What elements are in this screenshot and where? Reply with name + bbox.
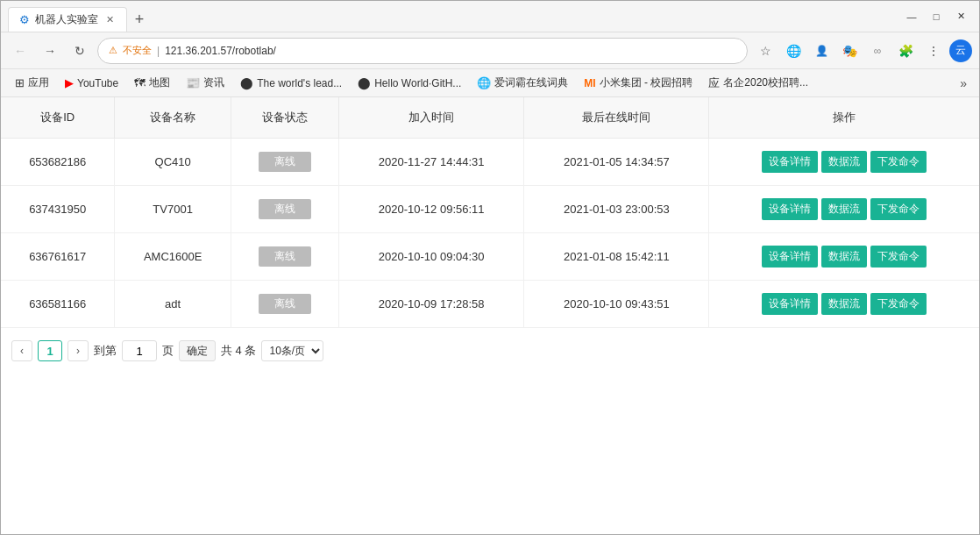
cell-device-status: 离线 <box>231 281 338 328</box>
jobs-icon: 应 <box>708 75 720 91</box>
device-table-container: 设备ID 设备名称 设备状态 加入时间 最后在线时间 操作 653682186 … <box>1 97 979 374</box>
col-header-last-online: 最后在线时间 <box>524 97 709 139</box>
data-stream-button[interactable]: 数据流 <box>821 198 867 220</box>
action-buttons: 设备详情 数据流 下发命令 <box>720 198 969 220</box>
tab-area: ⚙ 机器人实验室 ✕ + <box>8 1 900 32</box>
per-page-select[interactable]: 10条/页 20条/页 50条/页 <box>261 340 323 361</box>
current-page-indicator[interactable]: 1 <box>38 340 62 361</box>
bookmark-star-button[interactable]: ☆ <box>753 39 778 63</box>
menu-button[interactable]: ⋮ <box>921 39 946 63</box>
account-icon-button[interactable]: 👤 <box>809 39 834 63</box>
cell-device-status: 离线 <box>231 139 338 186</box>
forward-button[interactable]: → <box>38 39 62 63</box>
cell-join-time: 2020-10-09 17:28:58 <box>339 281 524 328</box>
table-header-row: 设备ID 设备名称 设备状态 加入时间 最后在线时间 操作 <box>1 97 979 139</box>
send-command-button[interactable]: 下发命令 <box>870 198 927 220</box>
bookmarks-more-button[interactable]: » <box>955 74 972 93</box>
data-stream-button[interactable]: 数据流 <box>821 246 867 268</box>
send-command-button[interactable]: 下发命令 <box>870 293 927 315</box>
extension2-button[interactable]: ∞ <box>865 39 890 63</box>
active-tab[interactable]: ⚙ 机器人实验室 ✕ <box>8 7 127 32</box>
cell-device-id: 636761617 <box>1 233 115 281</box>
cell-actions: 设备详情 数据流 下发命令 <box>709 139 979 186</box>
device-detail-button[interactable]: 设备详情 <box>762 198 818 220</box>
col-header-actions: 操作 <box>709 97 979 139</box>
github1-icon: ⬤ <box>240 76 253 89</box>
table-row: 653682186 QC410 离线 2020-11-27 14:44:31 2… <box>1 139 979 186</box>
bookmark-github2[interactable]: ⬤ Hello World·GitH... <box>351 74 468 92</box>
bookmark-apps[interactable]: ⊞ 应用 <box>8 73 56 93</box>
news-icon: 📰 <box>186 76 200 89</box>
prev-page-button[interactable]: ‹ <box>11 340 32 361</box>
apps-icon: ⊞ <box>15 76 25 89</box>
page-confirm-button[interactable]: 确定 <box>179 340 216 361</box>
table-row: 636761617 AMC1600E 离线 2020-10-10 09:04:3… <box>1 233 979 281</box>
bookmark-github1[interactable]: ⬤ The world's lead... <box>233 74 349 92</box>
cell-device-id: 636581166 <box>1 281 115 328</box>
tab-favicon: ⚙ <box>19 13 30 26</box>
url-text: 121.36.201.57/robotlab/ <box>165 45 736 57</box>
table-row: 637431950 TV7001 离线 2020-10-12 09:56:11 … <box>1 186 979 233</box>
send-command-button[interactable]: 下发命令 <box>870 246 927 268</box>
device-detail-button[interactable]: 设备详情 <box>762 246 818 268</box>
minimize-button[interactable]: — <box>900 8 923 25</box>
send-command-button[interactable]: 下发命令 <box>870 151 927 173</box>
goto-label: 到第 <box>94 343 117 359</box>
close-button[interactable]: ✕ <box>949 8 972 25</box>
bookmark-maps[interactable]: 🗺 地图 <box>127 73 177 93</box>
col-header-join-time: 加入时间 <box>339 97 524 139</box>
col-header-id: 设备ID <box>1 97 115 139</box>
next-page-button[interactable]: › <box>67 340 89 361</box>
globe-icon-button[interactable]: 🌐 <box>781 39 806 63</box>
device-detail-button[interactable]: 设备详情 <box>762 293 818 315</box>
youtube-icon: ▶ <box>65 76 74 89</box>
action-buttons: 设备详情 数据流 下发命令 <box>720 293 969 315</box>
col-header-name: 设备名称 <box>115 97 231 139</box>
page-label: 页 <box>162 343 174 359</box>
cell-last-online: 2021-01-08 15:42:11 <box>524 233 709 281</box>
bookmark-jobs-label: 名企2020校招聘... <box>723 75 808 90</box>
cell-device-name: adt <box>115 281 231 328</box>
cell-device-id: 653682186 <box>1 139 115 186</box>
cell-device-name: TV7001 <box>115 186 231 233</box>
insecure-label: 不安全 <box>123 44 152 57</box>
device-detail-button[interactable]: 设备详情 <box>762 151 818 173</box>
bookmarks-bar: ⊞ 应用 ▶ YouTube 🗺 地图 📰 资讯 ⬤ The world's l… <box>1 69 979 97</box>
extension1-button[interactable]: 🎭 <box>837 39 862 63</box>
cell-device-status: 离线 <box>231 186 338 233</box>
refresh-button[interactable]: ↻ <box>67 39 92 63</box>
page-goto-input[interactable] <box>122 340 157 361</box>
bookmark-news[interactable]: 📰 资讯 <box>179 73 231 93</box>
status-badge: 离线 <box>259 152 311 172</box>
cell-last-online: 2020-10-10 09:43:51 <box>524 281 709 328</box>
bookmark-youtube[interactable]: ▶ YouTube <box>58 74 125 92</box>
status-badge: 离线 <box>259 246 311 267</box>
bookmark-dict[interactable]: 🌐 爱词霸在线词典 <box>470 73 575 93</box>
bookmark-xiaomi[interactable]: MI 小米集团 - 校园招聘 <box>577 73 699 93</box>
profile-button[interactable]: 云 <box>949 39 972 62</box>
data-stream-button[interactable]: 数据流 <box>821 151 867 173</box>
tab-close-button[interactable]: ✕ <box>103 14 116 26</box>
total-count: 共 4 条 <box>221 343 256 359</box>
bookmark-github1-label: The world's lead... <box>257 77 342 89</box>
tab-title: 机器人实验室 <box>35 12 98 27</box>
titlebar: ⚙ 机器人实验室 ✕ + — □ ✕ <box>1 1 979 32</box>
cell-last-online: 2021-01-03 23:00:53 <box>524 186 709 233</box>
action-buttons: 设备详情 数据流 下发命令 <box>720 151 969 173</box>
dict-icon: 🌐 <box>477 76 491 89</box>
cell-actions: 设备详情 数据流 下发命令 <box>709 186 979 233</box>
browser-window: ⚙ 机器人实验室 ✕ + — □ ✕ ← → ↻ ⚠ 不安全 | 121.36.… <box>0 0 980 535</box>
data-stream-button[interactable]: 数据流 <box>821 293 867 315</box>
toolbar-icons: ☆ 🌐 👤 🎭 ∞ 🧩 ⋮ 云 <box>753 39 972 63</box>
url-bar[interactable]: ⚠ 不安全 | 121.36.201.57/robotlab/ <box>97 38 748 64</box>
new-tab-button[interactable]: + <box>127 7 152 32</box>
table-row: 636581166 adt 离线 2020-10-09 17:28:58 202… <box>1 281 979 328</box>
extensions-button[interactable]: 🧩 <box>893 39 918 63</box>
cell-last-online: 2021-01-05 14:34:57 <box>524 139 709 186</box>
bookmark-jobs[interactable]: 应 名企2020校招聘... <box>701 73 815 94</box>
cell-device-status: 离线 <box>231 233 338 281</box>
cell-actions: 设备详情 数据流 下发命令 <box>709 281 979 328</box>
back-button[interactable]: ← <box>8 39 32 63</box>
maximize-button[interactable]: □ <box>925 8 948 25</box>
page-content: 设备ID 设备名称 设备状态 加入时间 最后在线时间 操作 653682186 … <box>1 97 979 534</box>
